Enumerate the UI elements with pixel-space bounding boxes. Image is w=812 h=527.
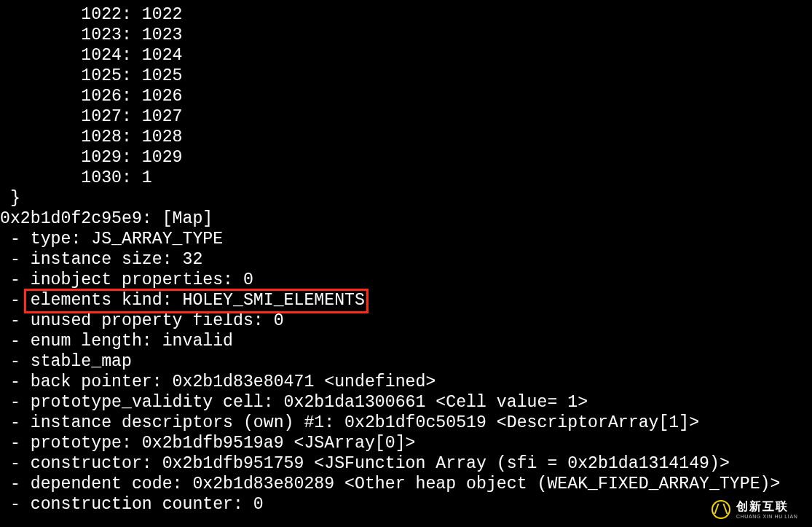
map-field: - instance size: 32 <box>0 249 812 270</box>
map-field: - stable_map <box>0 351 812 372</box>
map-field: - instance descriptors (own) #1: 0x2b1df… <box>0 413 812 433</box>
watermark-text: 创新互联 CHUANG XIN HU LIAN <box>736 501 797 519</box>
map-field: - construction counter: 0 <box>0 494 812 515</box>
array-entry: 1029: 1029 <box>0 147 812 168</box>
array-entry: 1025: 1025 <box>0 66 812 86</box>
watermark-cn: 创新互联 <box>736 501 797 512</box>
watermark-en: CHUANG XIN HU LIAN <box>736 514 797 519</box>
map-field: - prototype_validity cell: 0x2b1da130066… <box>0 392 812 413</box>
map-field: - inobject properties: 0 <box>0 270 812 290</box>
array-entry: 1023: 1023 <box>0 25 812 45</box>
array-entry: 1030: 1 <box>0 168 812 188</box>
map-field: - enum length: invalid <box>0 331 812 351</box>
map-field: - unused property fields: 0 <box>0 311 812 331</box>
watermark: 创新互联 CHUANG XIN HU LIAN <box>706 492 812 527</box>
map-field: - type: JS_ARRAY_TYPE <box>0 229 812 249</box>
map-header: 0x2b1d0f2c95e9: [Map] <box>0 208 812 229</box>
array-entry: 1028: 1028 <box>0 127 812 147</box>
array-entry: 1026: 1026 <box>0 86 812 106</box>
map-field: - dependent code: 0x2b1d83e80289 <Other … <box>0 474 812 494</box>
array-close-brace: } <box>0 188 812 208</box>
map-field: - back pointer: 0x2b1d83e80471 <undefine… <box>0 372 812 392</box>
map-field: - elements kind: HOLEY_SMI_ELEMENTS <box>0 290 812 311</box>
map-field: - prototype: 0x2b1dfb9519a9 <JSArray[0]> <box>0 433 812 453</box>
map-field: - constructor: 0x2b1dfb951759 <JSFunctio… <box>0 453 812 474</box>
terminal-output: 1021: 1021 1022: 1022 1023: 1023 1024: 1… <box>0 0 812 527</box>
array-entry: 1024: 1024 <box>0 45 812 66</box>
array-entry: 1027: 1027 <box>0 106 812 127</box>
watermark-logo-icon <box>712 500 730 519</box>
array-entry: 1022: 1022 <box>0 4 812 25</box>
